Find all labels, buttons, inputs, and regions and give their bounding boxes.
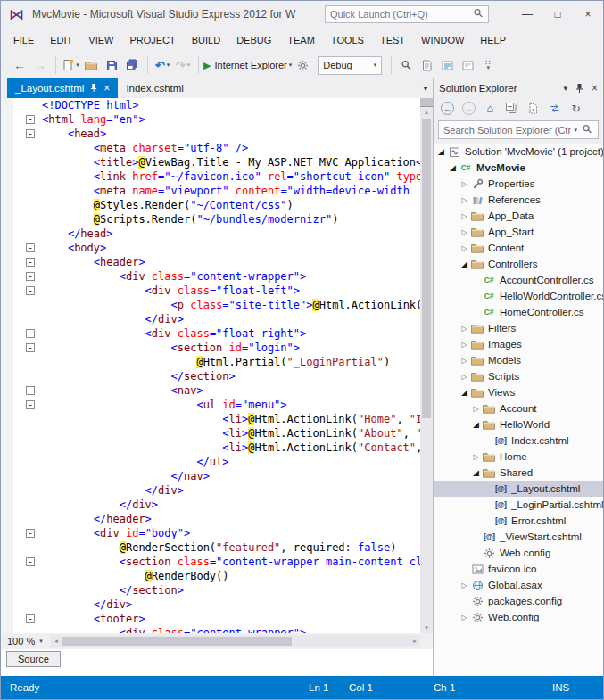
code-line[interactable]: </section> bbox=[1, 369, 420, 383]
new-file-button[interactable]: ▾ bbox=[61, 54, 80, 76]
code-line[interactable]: <meta charset="utf-8" /> bbox=[1, 141, 420, 155]
solution-tree[interactable]: ◢Solution 'MvcMovie' (1 project)◢C#MvcMo… bbox=[434, 144, 603, 676]
tree-item-mvcmovie[interactable]: ◢C#MvcMovie bbox=[434, 160, 603, 176]
chevron-down-icon[interactable]: ▾ bbox=[571, 127, 580, 134]
fold-collapse-icon[interactable]: - bbox=[26, 258, 35, 267]
expand-arrow-icon[interactable]: ▷ bbox=[459, 244, 469, 252]
code-line[interactable]: - <section class="content-wrapper main-c… bbox=[1, 555, 420, 569]
code-line[interactable]: </div> bbox=[1, 597, 420, 612]
vertical-scroll-thumb[interactable] bbox=[422, 119, 431, 418]
code-line[interactable]: </section> bbox=[1, 583, 420, 597]
code-line[interactable]: <li>@Html.ActionLink("Home", "In bbox=[1, 412, 420, 426]
tree-item-web-config[interactable]: ▷Web.config bbox=[434, 609, 603, 625]
code-line[interactable]: <p class="site-title">@Html.ActionLink( bbox=[1, 298, 420, 312]
tree-item-controllers[interactable]: ◢Controllers bbox=[434, 256, 603, 272]
tree-item-home[interactable]: ▷Home bbox=[434, 449, 603, 465]
tree-item-homecontroller-cs[interactable]: C#HomeController.cs bbox=[434, 304, 603, 320]
navigate-forward-button[interactable]: → bbox=[30, 54, 50, 76]
tree-item-error-cshtml[interactable]: [@]Error.cshtml bbox=[434, 513, 603, 529]
expand-arrow-icon[interactable]: ▷ bbox=[459, 614, 469, 622]
close-icon[interactable]: × bbox=[103, 83, 110, 94]
tree-item-models[interactable]: ▷Models bbox=[434, 352, 603, 368]
comment-lines-button[interactable] bbox=[437, 54, 457, 76]
nav-forward-button[interactable]: → bbox=[461, 101, 476, 116]
start-debugging-button[interactable]: ▶Internet Explorer▾ bbox=[203, 54, 292, 76]
find-in-files-button[interactable] bbox=[396, 54, 416, 76]
fold-collapse-icon[interactable]: - bbox=[26, 343, 35, 352]
code-lines[interactable]: <!DOCTYPE html>-<html lang="en">- <head>… bbox=[1, 98, 420, 633]
collapse-all-button[interactable] bbox=[504, 101, 519, 116]
tree-item-global-asax[interactable]: ▷Global.asax bbox=[434, 577, 603, 593]
code-line[interactable]: - <body> bbox=[1, 241, 420, 255]
tree-item-app-start[interactable]: ▷App_Start bbox=[434, 224, 603, 240]
expand-arrow-icon[interactable]: ▷ bbox=[459, 196, 469, 204]
code-editor[interactable]: <!DOCTYPE html>-<html lang="en">- <head>… bbox=[1, 98, 433, 633]
fold-collapse-icon[interactable]: - bbox=[26, 529, 35, 538]
tree-item-viewstart-cshtml[interactable]: [@]_ViewStart.cshtml bbox=[434, 529, 603, 545]
code-line[interactable]: - <div class="content-wrapper"> bbox=[1, 269, 420, 284]
code-line[interactable]: - <head> bbox=[1, 127, 420, 141]
code-line[interactable]: - <div class="float-left"> bbox=[1, 284, 420, 298]
code-line[interactable]: - <header> bbox=[1, 255, 420, 269]
tree-item-shared[interactable]: ◢Shared bbox=[434, 465, 603, 481]
code-line[interactable]: - <footer> bbox=[1, 612, 420, 626]
fold-collapse-icon[interactable]: - bbox=[26, 614, 35, 623]
expand-arrow-icon[interactable]: ▷ bbox=[459, 357, 469, 365]
code-line[interactable]: <meta name="viewport" content="width=dev… bbox=[1, 184, 420, 198]
menu-item-team[interactable]: TEAM bbox=[279, 30, 323, 50]
menu-item-help[interactable]: HELP bbox=[472, 30, 514, 50]
code-line[interactable]: - <section id="login"> bbox=[1, 341, 420, 355]
tree-item-index-cshtml[interactable]: [@]Index.cshtml bbox=[434, 432, 603, 449]
pin-icon[interactable] bbox=[575, 83, 583, 94]
solution-configurations-combo[interactable]: Debug▾ bbox=[318, 56, 382, 75]
collapse-arrow-icon[interactable]: ◢ bbox=[448, 163, 458, 172]
code-line[interactable]: @Scripts.Render("~/bundles/modernizr") bbox=[1, 212, 420, 226]
tree-item-packages-config[interactable]: packages.config bbox=[434, 593, 603, 609]
tab-list-chevron-icon[interactable]: ▾ bbox=[424, 85, 427, 93]
navigate-backward-button[interactable]: ← bbox=[10, 54, 29, 76]
collapse-arrow-icon[interactable]: ◢ bbox=[436, 147, 446, 156]
code-line[interactable]: </header> bbox=[1, 512, 420, 526]
expand-arrow-icon[interactable]: ▷ bbox=[459, 228, 469, 236]
fold-collapse-icon[interactable]: - bbox=[26, 400, 35, 409]
menu-item-build[interactable]: BUILD bbox=[184, 30, 228, 50]
code-line[interactable]: - <ul id="menu"> bbox=[1, 398, 420, 412]
sync-active-document-button[interactable] bbox=[547, 101, 562, 116]
tree-item-content[interactable]: ▷Content bbox=[434, 240, 603, 256]
fold-collapse-icon[interactable]: - bbox=[26, 286, 35, 295]
code-line[interactable]: - <div class="float-right"> bbox=[1, 326, 420, 341]
scroll-down-arrow-icon[interactable]: ▾ bbox=[420, 624, 433, 631]
expand-arrow-icon[interactable]: ▷ bbox=[471, 405, 481, 413]
code-line[interactable]: -<html lang="en"> bbox=[1, 112, 420, 127]
tree-item-helloworldcontroller-cs[interactable]: C#HelloWorldController.cs bbox=[434, 288, 603, 304]
code-line[interactable]: </div> bbox=[1, 483, 420, 498]
refresh-button[interactable]: ↻ bbox=[568, 101, 583, 116]
open-file-button[interactable] bbox=[81, 54, 101, 76]
expand-arrow-icon[interactable]: ▷ bbox=[459, 341, 469, 349]
tree-item-favicon-ico[interactable]: favicon.ico bbox=[434, 561, 603, 577]
tree-item-filters[interactable]: ▷Filters bbox=[434, 320, 603, 336]
code-line[interactable]: <!DOCTYPE html> bbox=[1, 98, 420, 112]
uncomment-lines-button[interactable] bbox=[458, 54, 477, 76]
tree-item-images[interactable]: ▷Images bbox=[434, 336, 603, 352]
undo-button[interactable]: ↶▾ bbox=[153, 54, 172, 76]
code-line[interactable]: - <nav> bbox=[1, 383, 420, 398]
menu-item-test[interactable]: TEST bbox=[372, 30, 413, 50]
expand-arrow-icon[interactable]: ▷ bbox=[471, 453, 481, 461]
menu-item-tools[interactable]: TOOLS bbox=[323, 30, 372, 50]
editor-tab-index-cshtml[interactable]: Index.cshtml bbox=[118, 78, 192, 98]
expand-arrow-icon[interactable]: ▷ bbox=[459, 180, 469, 188]
close-button[interactable]: × bbox=[582, 8, 594, 21]
pin-icon[interactable] bbox=[90, 83, 97, 95]
horizontal-scroll-thumb[interactable] bbox=[62, 637, 292, 646]
home-button[interactable]: ⌂ bbox=[483, 101, 498, 116]
window-position-icon[interactable]: ▾ bbox=[563, 84, 567, 93]
menu-item-file[interactable]: FILE bbox=[5, 30, 42, 50]
menu-item-project[interactable]: PROJECT bbox=[121, 30, 183, 50]
code-line[interactable]: <title>@ViewBag.Title - My ASP.NET MVC A… bbox=[1, 155, 420, 169]
code-line[interactable]: </div> bbox=[1, 498, 420, 512]
collapse-arrow-icon[interactable]: ◢ bbox=[459, 388, 469, 397]
fold-collapse-icon[interactable]: - bbox=[26, 329, 35, 338]
maximize-button[interactable]: □ bbox=[551, 8, 564, 21]
collapse-arrow-icon[interactable]: ◢ bbox=[471, 468, 481, 477]
